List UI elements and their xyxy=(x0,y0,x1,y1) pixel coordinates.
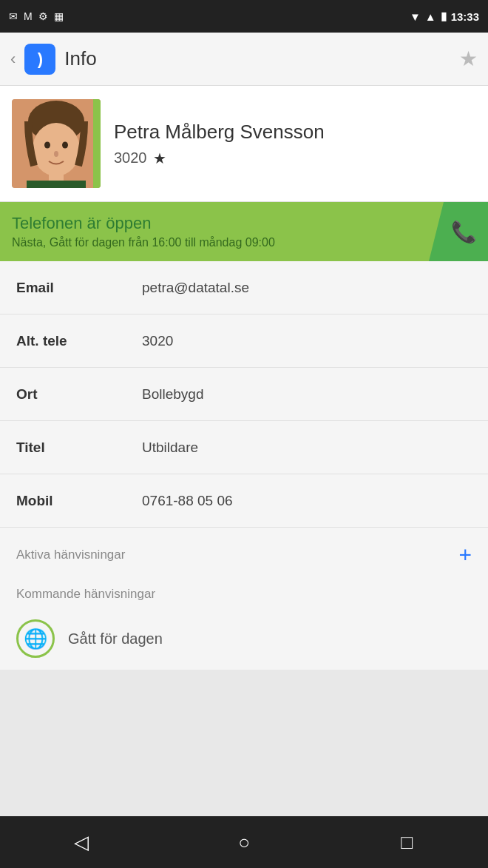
email-value[interactable]: petra@datatal.se xyxy=(142,280,249,296)
favorite-button[interactable]: ★ xyxy=(459,47,478,71)
aktiva-section-header: Aktiva hänvisningar + xyxy=(0,528,488,573)
status-text-main: Telefonen är öppen xyxy=(12,214,476,233)
titel-value: Utbildare xyxy=(142,440,198,456)
avatar-svg xyxy=(12,99,101,188)
globe-icon-circle: 🌐 xyxy=(16,619,55,658)
nav-back-button[interactable]: ◁ xyxy=(52,824,111,861)
avatar xyxy=(12,99,101,188)
status-icons-left: ✉ M ⚙ ▦ xyxy=(9,10,64,22)
contact-extension: 3020 ★ xyxy=(114,149,325,167)
svg-point-5 xyxy=(54,151,58,157)
contact-header: Petra Målberg Svensson 3020 ★ xyxy=(0,86,488,202)
mobil-row: Mobil 0761-88 05 06 xyxy=(0,474,488,528)
kommande-label: Kommande hänvisningar xyxy=(16,587,155,601)
titel-row: Titel Utbildare xyxy=(0,421,488,474)
email-label: Email xyxy=(16,280,142,296)
mobil-value[interactable]: 0761-88 05 06 xyxy=(142,493,233,509)
android-icon: ⚙ xyxy=(38,10,48,22)
ort-row: Ort Bollebygd xyxy=(0,368,488,421)
status-banner[interactable]: Telefonen är öppen Nästa, Gått för dagen… xyxy=(0,202,488,261)
battery-icon: ▮ xyxy=(441,10,447,23)
svg-rect-7 xyxy=(27,181,86,188)
call-button[interactable]: 📞 xyxy=(429,202,488,261)
back-button[interactable]: ‹ xyxy=(10,50,16,69)
nav-back-icon: ◁ xyxy=(74,831,89,854)
nav-recent-button[interactable]: □ xyxy=(377,824,436,861)
globe-icon: 🌐 xyxy=(24,628,47,650)
aktiva-label: Aktiva hänvisningar xyxy=(16,548,125,562)
info-table: Email petra@datatal.se Alt. tele 3020 Or… xyxy=(0,261,488,528)
status-text-sub: Nästa, Gått för dagen från 16:00 till må… xyxy=(12,236,476,249)
contact-star: ★ xyxy=(153,149,166,167)
kommande-item[interactable]: 🌐 Gått för dagen xyxy=(0,608,488,670)
calendar-icon: ▦ xyxy=(54,10,64,22)
ort-value: Bollebygd xyxy=(142,386,203,403)
alt-tele-value[interactable]: 3020 xyxy=(142,333,173,349)
nav-home-button[interactable]: ○ xyxy=(214,824,274,861)
email-row: Email petra@datatal.se xyxy=(0,261,488,314)
add-aktiva-button[interactable]: + xyxy=(458,542,472,568)
contact-name: Petra Målberg Svensson xyxy=(114,120,325,145)
time-display: 13:33 xyxy=(451,10,479,23)
signal-icon: ▲ xyxy=(425,10,436,23)
svg-point-3 xyxy=(44,142,50,149)
app-bar-left: ‹ ) Info xyxy=(10,44,97,75)
ort-label: Ort xyxy=(16,386,142,403)
svg-point-2 xyxy=(33,123,80,176)
nav-home-icon: ○ xyxy=(238,831,250,854)
app-logo: ) xyxy=(24,44,55,75)
kommande-section-header: Kommande hänvisningar xyxy=(0,573,488,608)
nav-recent-icon: □ xyxy=(401,831,413,854)
mobil-label: Mobil xyxy=(16,493,142,509)
app-bar: ‹ ) Info ★ xyxy=(0,33,488,86)
app-icon-letter: ) xyxy=(38,50,43,69)
contact-info: Petra Målberg Svensson 3020 ★ xyxy=(114,120,325,167)
svg-rect-8 xyxy=(93,99,101,188)
svg-point-4 xyxy=(62,142,68,149)
extension-number: 3020 xyxy=(114,149,147,166)
status-right: ▼ ▲ ▮ 13:33 xyxy=(410,10,479,23)
bottom-nav: ◁ ○ □ xyxy=(0,816,488,868)
alt-tele-label: Alt. tele xyxy=(16,333,142,349)
page-title: Info xyxy=(64,47,96,70)
gmail-icon: ✉ xyxy=(9,10,18,22)
status-bar: ✉ M ⚙ ▦ ▼ ▲ ▮ 13:33 xyxy=(0,0,488,33)
phone-icon: 📞 xyxy=(451,220,477,244)
gmail2-icon: M xyxy=(24,10,33,22)
alt-tele-row: Alt. tele 3020 xyxy=(0,314,488,368)
titel-label: Titel xyxy=(16,440,142,456)
kommande-item-text: Gått för dagen xyxy=(68,630,163,647)
wifi-icon: ▼ xyxy=(410,10,421,23)
